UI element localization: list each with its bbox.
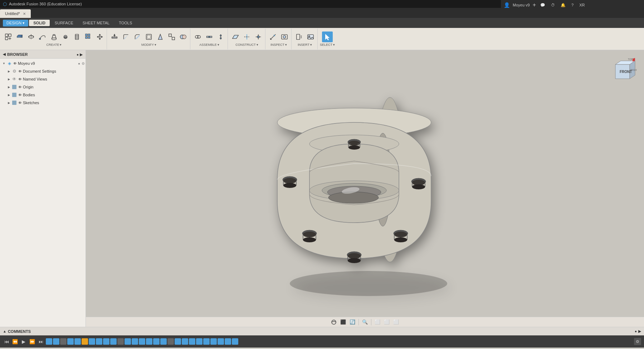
timeline-marker[interactable] [74, 338, 81, 345]
settings-icon-root[interactable]: ⚙ [82, 62, 85, 66]
inspect-label[interactable]: INSPECT ▾ [270, 43, 287, 47]
select-label[interactable]: SELECT ▾ [320, 43, 335, 47]
tree-item-bodies[interactable]: ▶ 👁 Bodies [0, 91, 86, 99]
assemble-button1[interactable] [192, 31, 203, 42]
xr-button[interactable]: XR [578, 2, 586, 8]
browser-expand-icon[interactable]: ▶ [80, 53, 83, 57]
comments-dot[interactable]: ● [635, 329, 637, 333]
timeline-marker[interactable] [67, 338, 74, 345]
eye-icon-doc[interactable]: 👁 [18, 69, 22, 73]
joint-button[interactable] [204, 31, 215, 42]
eye-icon-origin[interactable]: 👁 [18, 85, 22, 89]
notification-icon[interactable]: 🔔 [559, 2, 567, 8]
timeline-marker[interactable] [82, 338, 88, 345]
browser-dot-icon[interactable]: ● [77, 53, 79, 57]
tree-item-sketches[interactable]: ▶ 👁 Sketches [0, 99, 86, 107]
shell-button[interactable] [143, 31, 154, 42]
tab-solid[interactable]: SOLID [29, 20, 50, 26]
display-mode-button[interactable]: ⬜ [374, 318, 381, 326]
draft-button[interactable] [155, 31, 166, 42]
timeline-play-button[interactable]: ▶ [20, 338, 27, 345]
chat-icon[interactable]: 💬 [539, 2, 547, 8]
timeline-marker[interactable] [96, 338, 102, 345]
timeline-marker[interactable] [167, 338, 174, 345]
timeline-marker[interactable] [103, 338, 109, 345]
timeline-end-button[interactable]: ⏭ [37, 338, 44, 345]
timeline-marker[interactable] [125, 338, 131, 345]
timeline-marker[interactable] [160, 338, 167, 345]
eye-icon-views[interactable]: 👁 [18, 77, 22, 81]
timeline-marker[interactable] [132, 338, 138, 345]
model-view[interactable] [86, 50, 644, 327]
browser-collapse-icon[interactable]: ◀ [3, 52, 6, 56]
timeline-settings-button[interactable]: ⚙ [634, 338, 641, 345]
extrude-button[interactable] [14, 31, 25, 42]
measure-button[interactable] [268, 31, 278, 42]
construct-label[interactable]: CONSTRUCT ▾ [235, 43, 258, 47]
timeline-marker[interactable] [117, 338, 124, 345]
timeline-marker[interactable] [225, 338, 231, 345]
hole-button[interactable] [60, 31, 71, 42]
timeline-marker[interactable] [218, 338, 224, 345]
design-dropdown[interactable]: DESIGN ▾ [3, 20, 28, 26]
modify-label[interactable]: MODIFY ▾ [141, 43, 156, 47]
help-icon[interactable]: ? [570, 2, 575, 8]
move-button[interactable] [94, 31, 105, 42]
timeline-marker[interactable] [175, 338, 181, 345]
revolve-button[interactable] [26, 31, 36, 42]
3d-viewport[interactable]: FRONT TOP RIGHT [86, 50, 644, 327]
tree-item-named-views[interactable]: ▶ 👁 👁 Named Views [0, 75, 86, 83]
tree-item-doc-settings[interactable]: ▶ ⚙ 👁 Document Settings [0, 67, 86, 75]
timeline-marker[interactable] [139, 338, 145, 345]
grid-settings-button[interactable]: ⬜ [392, 318, 400, 326]
timeline-marker[interactable] [196, 338, 203, 345]
tab-surface[interactable]: SURFACE [50, 20, 78, 26]
tab-sheet-metal[interactable]: SHEET METAL [78, 20, 114, 26]
tree-item-origin[interactable]: ▶ 👁 Origin [0, 83, 86, 91]
timeline-marker[interactable] [46, 338, 52, 345]
timeline-prev-button[interactable]: ⏪ [11, 338, 19, 345]
fillet-button[interactable] [121, 31, 131, 42]
document-tab[interactable]: Untitled* ✕ [0, 9, 31, 18]
screenshot-button[interactable] [279, 31, 290, 42]
sweep-button[interactable] [37, 31, 48, 42]
tab-tools[interactable]: TOOLS [114, 20, 136, 26]
chamfer-button[interactable] [132, 31, 143, 42]
comments-collapse-icon[interactable]: ▲ [3, 329, 6, 333]
timeline-marker[interactable] [210, 338, 217, 345]
select-button[interactable] [322, 31, 333, 42]
eye-icon-root[interactable]: 👁 [13, 62, 17, 66]
assemble-button3[interactable] [215, 31, 226, 42]
scale-button[interactable] [166, 31, 177, 42]
timeline-marker[interactable] [203, 338, 210, 345]
assemble-label[interactable]: ASSEMBLE ▾ [199, 43, 219, 47]
tree-item-root[interactable]: ▼ ◈ 👁 Moyeu v9 ● ⚙ [0, 59, 86, 67]
timeline-next-button[interactable]: ⏩ [29, 338, 36, 345]
timeline-marker[interactable] [89, 338, 95, 345]
zoom-button[interactable]: 🔍 [361, 318, 369, 326]
eye-icon-sketches[interactable]: 👁 [18, 101, 22, 105]
visual-style-button[interactable]: ⬜ [383, 318, 391, 326]
insert-image-button[interactable] [305, 31, 316, 42]
timeline-marker[interactable] [232, 338, 238, 345]
timeline-marker[interactable] [110, 338, 117, 345]
tab-close-button[interactable]: ✕ [23, 12, 26, 16]
construct-button3[interactable] [253, 31, 264, 42]
timeline-marker[interactable] [153, 338, 160, 345]
timeline-start-button[interactable]: ⏮ [3, 338, 10, 345]
home-button[interactable]: ⬛ [339, 318, 347, 326]
comments-expand-icon[interactable]: ▶ [638, 329, 641, 333]
eye-toggle-root[interactable]: ● [78, 62, 80, 66]
construct-button1[interactable] [230, 31, 241, 42]
press-pull-button[interactable] [109, 31, 120, 42]
thread-button[interactable] [72, 31, 82, 42]
insert-label[interactable]: INSERT ▾ [298, 43, 312, 47]
construct-button2[interactable] [241, 31, 252, 42]
timeline-marker[interactable] [182, 338, 188, 345]
loft-button[interactable] [49, 31, 59, 42]
rectangular-pattern-button[interactable] [83, 31, 94, 42]
timeline-marker[interactable] [189, 338, 195, 345]
create-label[interactable]: CREATE ▾ [47, 43, 62, 47]
combine-button[interactable] [178, 31, 189, 42]
add-tab-button[interactable]: + [533, 2, 536, 8]
